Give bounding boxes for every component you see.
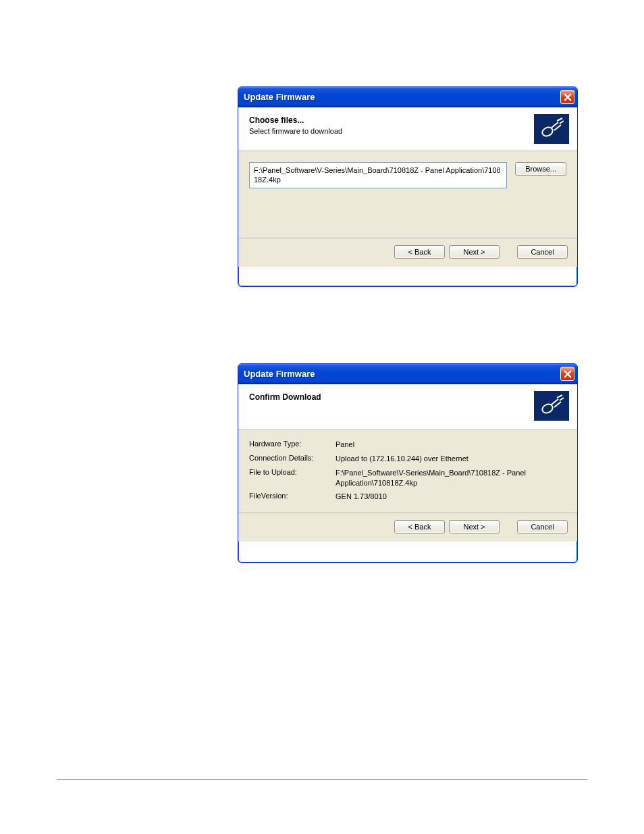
file-row: F:\Panel_Software\V-Series\Main_Board\71… xyxy=(249,162,566,188)
close-icon xyxy=(564,370,572,378)
next-button[interactable]: Next > xyxy=(449,520,500,533)
page-footer-rule xyxy=(57,779,587,780)
button-spacer xyxy=(504,245,513,259)
close-button[interactable] xyxy=(560,90,574,104)
cancel-button[interactable]: Cancel xyxy=(517,520,568,533)
wizard-header-text: Choose files... Select firmware to downl… xyxy=(249,114,342,135)
window-title: Update Firmware xyxy=(244,369,315,379)
wizard-header: Choose files... Select firmware to downl… xyxy=(238,107,577,151)
file-to-upload-label: File to Upload: xyxy=(249,468,330,488)
connector-icon xyxy=(534,114,569,144)
hardware-type-label: Hardware Type: xyxy=(249,440,330,450)
back-button[interactable]: < Back xyxy=(394,245,445,259)
button-spacer xyxy=(504,520,513,533)
update-firmware-dialog-choose: Update Firmware Choose files... Select f… xyxy=(238,86,578,287)
close-button[interactable] xyxy=(560,367,574,381)
hardware-type-value: Panel xyxy=(336,440,566,450)
file-to-upload-value: F:\Panel_Software\V-Series\Main_Board\71… xyxy=(336,468,566,488)
wizard-footer: < Back Next > Cancel xyxy=(238,513,577,542)
wizard-footer: < Back Next > Cancel xyxy=(238,238,577,267)
wizard-heading: Confirm Download xyxy=(249,392,321,402)
browse-button[interactable]: Browse... xyxy=(515,162,566,176)
wizard-body: F:\Panel_Software\V-Series\Main_Board\71… xyxy=(238,151,577,238)
wizard-header-text: Confirm Download xyxy=(249,391,321,404)
wizard-heading: Choose files... xyxy=(249,115,342,125)
cancel-button[interactable]: Cancel xyxy=(517,245,568,259)
back-button[interactable]: < Back xyxy=(394,520,445,533)
wizard-body: Hardware Type: Panel Connection Details:… xyxy=(238,430,577,513)
connection-details-label: Connection Details: xyxy=(249,454,330,464)
confirm-info-grid: Hardware Type: Panel Connection Details:… xyxy=(249,440,566,502)
titlebar[interactable]: Update Firmware xyxy=(238,364,577,384)
file-path-input[interactable]: F:\Panel_Software\V-Series\Main_Board\71… xyxy=(249,162,507,188)
wizard-header: Confirm Download xyxy=(238,384,577,430)
titlebar[interactable]: Update Firmware xyxy=(238,87,577,107)
update-firmware-dialog-confirm: Update Firmware Confirm Download Hardwar… xyxy=(238,363,578,563)
next-button[interactable]: Next > xyxy=(449,245,500,259)
window-title: Update Firmware xyxy=(244,92,315,102)
file-version-value: GEN 1.73/8010 xyxy=(336,492,566,502)
connection-details-value: Upload to (172.16.10.244) over Ethernet xyxy=(336,454,566,464)
file-version-label: FileVersion: xyxy=(249,492,330,502)
connector-icon xyxy=(534,391,569,421)
wizard-subheading: Select firmware to download xyxy=(249,127,342,135)
close-icon xyxy=(564,93,572,101)
